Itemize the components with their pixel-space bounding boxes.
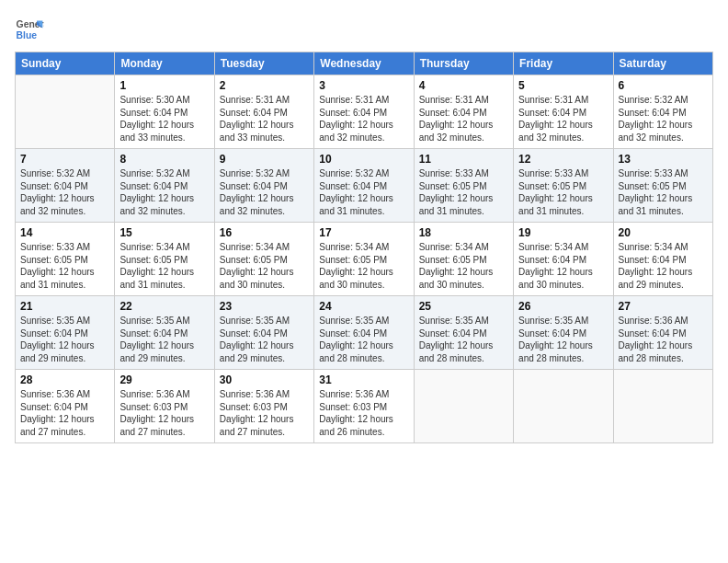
day-info: Sunrise: 5:34 AM Sunset: 6:05 PM Dayligh…	[220, 241, 309, 291]
day-info: Sunrise: 5:35 AM Sunset: 6:04 PM Dayligh…	[20, 315, 109, 364]
week-row-2: 7Sunrise: 5:32 AM Sunset: 6:04 PM Daylig…	[16, 149, 713, 223]
page-header: General Blue	[15, 15, 713, 44]
calendar-cell: 24Sunrise: 5:35 AM Sunset: 6:04 PM Dayli…	[314, 296, 414, 370]
day-number: 12	[518, 153, 608, 166]
day-info: Sunrise: 5:35 AM Sunset: 6:04 PM Dayligh…	[419, 315, 508, 364]
day-info: Sunrise: 5:35 AM Sunset: 6:04 PM Dayligh…	[119, 315, 209, 364]
calendar-cell: 4Sunrise: 5:31 AM Sunset: 6:04 PM Daylig…	[414, 75, 513, 149]
day-info: Sunrise: 5:34 AM Sunset: 6:05 PM Dayligh…	[419, 241, 508, 291]
day-info: Sunrise: 5:33 AM Sunset: 6:05 PM Dayligh…	[419, 167, 508, 217]
week-row-1: 1Sunrise: 5:30 AM Sunset: 6:04 PM Daylig…	[16, 75, 713, 149]
day-info: Sunrise: 5:36 AM Sunset: 6:04 PM Dayligh…	[20, 388, 109, 438]
day-number: 23	[220, 300, 309, 313]
calendar-body: 1Sunrise: 5:30 AM Sunset: 6:04 PM Daylig…	[16, 75, 713, 443]
calendar-cell: 21Sunrise: 5:35 AM Sunset: 6:04 PM Dayli…	[16, 296, 115, 370]
calendar-cell: 20Sunrise: 5:34 AM Sunset: 6:04 PM Dayli…	[613, 223, 712, 296]
day-number: 18	[419, 226, 508, 239]
header-day-monday: Monday	[115, 52, 214, 75]
logo-icon: General Blue	[15, 15, 44, 44]
calendar-cell: 14Sunrise: 5:33 AM Sunset: 6:05 PM Dayli…	[16, 223, 115, 296]
calendar-cell: 15Sunrise: 5:34 AM Sunset: 6:05 PM Dayli…	[115, 223, 214, 296]
calendar-header: SundayMondayTuesdayWednesdayThursdayFrid…	[16, 52, 713, 75]
day-number: 7	[20, 153, 109, 166]
day-info: Sunrise: 5:33 AM Sunset: 6:05 PM Dayligh…	[518, 167, 608, 217]
calendar-cell: 6Sunrise: 5:32 AM Sunset: 6:04 PM Daylig…	[613, 75, 712, 149]
day-number: 13	[619, 153, 708, 166]
calendar-cell: 12Sunrise: 5:33 AM Sunset: 6:05 PM Dayli…	[514, 149, 613, 223]
day-info: Sunrise: 5:32 AM Sunset: 6:04 PM Dayligh…	[619, 94, 708, 144]
day-number: 20	[619, 226, 708, 239]
calendar-cell: 7Sunrise: 5:32 AM Sunset: 6:04 PM Daylig…	[16, 149, 115, 223]
day-info: Sunrise: 5:36 AM Sunset: 6:04 PM Dayligh…	[619, 315, 708, 364]
header-day-wednesday: Wednesday	[314, 52, 414, 75]
day-info: Sunrise: 5:33 AM Sunset: 6:05 PM Dayligh…	[20, 241, 109, 291]
day-info: Sunrise: 5:36 AM Sunset: 6:03 PM Dayligh…	[119, 388, 209, 438]
header-day-tuesday: Tuesday	[214, 52, 313, 75]
calendar-cell: 26Sunrise: 5:35 AM Sunset: 6:04 PM Dayli…	[514, 296, 613, 370]
calendar-cell	[16, 75, 115, 149]
day-info: Sunrise: 5:35 AM Sunset: 6:04 PM Dayligh…	[319, 315, 408, 364]
day-number: 30	[220, 373, 309, 386]
day-number: 9	[220, 153, 309, 166]
calendar-cell: 10Sunrise: 5:32 AM Sunset: 6:04 PM Dayli…	[314, 149, 414, 223]
calendar-cell: 25Sunrise: 5:35 AM Sunset: 6:04 PM Dayli…	[414, 296, 513, 370]
calendar-cell: 29Sunrise: 5:36 AM Sunset: 6:03 PM Dayli…	[115, 370, 214, 443]
header-day-thursday: Thursday	[414, 52, 513, 75]
calendar-cell: 8Sunrise: 5:32 AM Sunset: 6:04 PM Daylig…	[115, 149, 214, 223]
header-day-sunday: Sunday	[16, 52, 115, 75]
day-number: 1	[119, 79, 209, 92]
day-info: Sunrise: 5:33 AM Sunset: 6:05 PM Dayligh…	[619, 167, 708, 217]
day-number: 17	[319, 226, 408, 239]
day-info: Sunrise: 5:34 AM Sunset: 6:05 PM Dayligh…	[319, 241, 408, 291]
day-info: Sunrise: 5:31 AM Sunset: 6:04 PM Dayligh…	[419, 94, 508, 144]
calendar-cell: 2Sunrise: 5:31 AM Sunset: 6:04 PM Daylig…	[214, 75, 313, 149]
day-info: Sunrise: 5:36 AM Sunset: 6:03 PM Dayligh…	[220, 388, 309, 438]
day-info: Sunrise: 5:31 AM Sunset: 6:04 PM Dayligh…	[319, 94, 408, 144]
calendar-cell: 19Sunrise: 5:34 AM Sunset: 6:04 PM Dayli…	[514, 223, 613, 296]
day-number: 29	[119, 373, 209, 386]
calendar-cell: 18Sunrise: 5:34 AM Sunset: 6:05 PM Dayli…	[414, 223, 513, 296]
day-number: 28	[20, 373, 109, 386]
day-info: Sunrise: 5:31 AM Sunset: 6:04 PM Dayligh…	[220, 94, 309, 144]
calendar-cell: 17Sunrise: 5:34 AM Sunset: 6:05 PM Dayli…	[314, 223, 414, 296]
day-number: 22	[119, 300, 209, 313]
week-row-5: 28Sunrise: 5:36 AM Sunset: 6:04 PM Dayli…	[16, 370, 713, 443]
day-number: 14	[20, 226, 109, 239]
day-info: Sunrise: 5:34 AM Sunset: 6:05 PM Dayligh…	[119, 241, 209, 291]
week-row-4: 21Sunrise: 5:35 AM Sunset: 6:04 PM Dayli…	[16, 296, 713, 370]
day-number: 26	[518, 300, 608, 313]
calendar-table: SundayMondayTuesdayWednesdayThursdayFrid…	[15, 52, 713, 443]
calendar-cell: 5Sunrise: 5:31 AM Sunset: 6:04 PM Daylig…	[514, 75, 613, 149]
day-number: 25	[419, 300, 508, 313]
day-number: 6	[619, 79, 708, 92]
day-info: Sunrise: 5:36 AM Sunset: 6:03 PM Dayligh…	[319, 388, 408, 438]
calendar-cell: 16Sunrise: 5:34 AM Sunset: 6:05 PM Dayli…	[214, 223, 313, 296]
day-number: 3	[319, 79, 408, 92]
calendar-cell: 3Sunrise: 5:31 AM Sunset: 6:04 PM Daylig…	[314, 75, 414, 149]
calendar-cell	[613, 370, 712, 443]
day-info: Sunrise: 5:34 AM Sunset: 6:04 PM Dayligh…	[518, 241, 608, 291]
day-number: 19	[518, 226, 608, 239]
header-day-friday: Friday	[514, 52, 613, 75]
day-info: Sunrise: 5:32 AM Sunset: 6:04 PM Dayligh…	[20, 167, 109, 217]
calendar-cell	[414, 370, 513, 443]
day-info: Sunrise: 5:32 AM Sunset: 6:04 PM Dayligh…	[220, 167, 309, 217]
day-number: 2	[220, 79, 309, 92]
day-number: 5	[518, 79, 608, 92]
calendar-cell: 30Sunrise: 5:36 AM Sunset: 6:03 PM Dayli…	[214, 370, 313, 443]
day-number: 10	[319, 153, 408, 166]
svg-text:Blue: Blue	[17, 30, 38, 40]
day-number: 16	[220, 226, 309, 239]
day-info: Sunrise: 5:31 AM Sunset: 6:04 PM Dayligh…	[518, 94, 608, 144]
calendar-cell: 22Sunrise: 5:35 AM Sunset: 6:04 PM Dayli…	[115, 296, 214, 370]
day-info: Sunrise: 5:32 AM Sunset: 6:04 PM Dayligh…	[319, 167, 408, 217]
day-info: Sunrise: 5:30 AM Sunset: 6:04 PM Dayligh…	[119, 94, 209, 144]
calendar-cell: 11Sunrise: 5:33 AM Sunset: 6:05 PM Dayli…	[414, 149, 513, 223]
day-number: 4	[419, 79, 508, 92]
day-number: 24	[319, 300, 408, 313]
day-number: 11	[419, 153, 508, 166]
day-number: 8	[119, 153, 209, 166]
calendar-cell: 13Sunrise: 5:33 AM Sunset: 6:05 PM Dayli…	[613, 149, 712, 223]
header-row: SundayMondayTuesdayWednesdayThursdayFrid…	[16, 52, 713, 75]
calendar-cell: 31Sunrise: 5:36 AM Sunset: 6:03 PM Dayli…	[314, 370, 414, 443]
